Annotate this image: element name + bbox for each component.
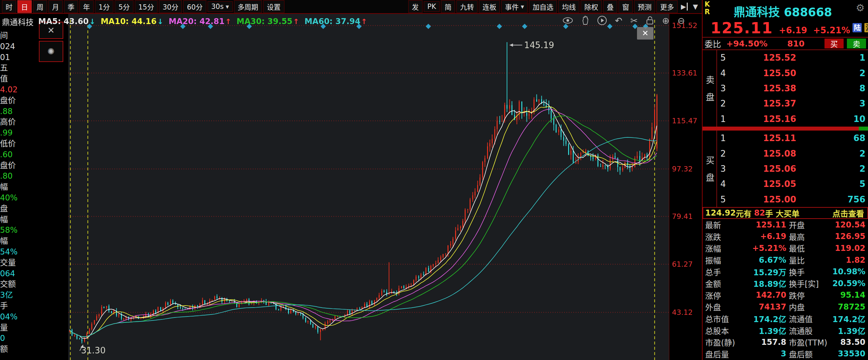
big-order-banner[interactable]: 124.92 元有 82 手 大买单 点击查看 (703, 207, 868, 219)
registration-badge[interactable]: 注 (864, 23, 868, 32)
toolbar-button[interactable]: 连板 ▼ (479, 0, 500, 13)
toolbar-button[interactable]: 更多 ▼ (656, 0, 678, 13)
toolbar-button[interactable]: 发 ▼ (408, 0, 423, 13)
buy-level-row[interactable]: 5 125.00 756 (717, 192, 868, 207)
toolbar-button[interactable]: 窗 ▼ (619, 0, 633, 13)
period-button[interactable]: 季 ▼ (64, 0, 78, 13)
sell-level-row[interactable]: 5 125.52 1 (717, 50, 868, 65)
period-button[interactable]: 60分 ▼ (183, 0, 206, 13)
sell-level-row[interactable]: 2 125.37 3 (717, 96, 868, 111)
period-button[interactable]: 15分 ▼ (135, 0, 158, 13)
board-marker-k: K (705, 1, 710, 8)
lock-icon[interactable] (646, 16, 654, 25)
sell-ratio-segment (859, 127, 868, 130)
detail-label: 涨幅 (703, 242, 737, 254)
buy-level-row[interactable]: 2 125.08 2 (717, 146, 868, 161)
weibi-value: +94.50% (726, 39, 768, 49)
kline-chart: ✕ (68, 14, 669, 360)
toolbar-button[interactable]: 九转 ▼ (457, 0, 477, 13)
period-button-label: 周 (37, 2, 43, 11)
period-button[interactable]: 年 ▼ (80, 0, 94, 13)
price-change: +6.19 (779, 25, 807, 35)
marker-style-icon[interactable]: ✺ (39, 41, 63, 62)
toolbar-button-label: 除权 (584, 2, 598, 11)
detail-row: 总股本 1.39亿 流通股 1.39亿 (703, 324, 868, 336)
detail-row: 振幅 6.67% 量比 1.82 (703, 254, 868, 266)
sell-level-row[interactable]: 3 125.38 8 (717, 81, 868, 96)
quote-header: K R 鼎通科技 688668 ⚙ (703, 0, 868, 19)
stock-title[interactable]: 鼎通科技 688668 (710, 0, 856, 20)
toolbar-button[interactable]: 均线 ▼ (558, 0, 579, 13)
period-button[interactable]: 1分 ▼ (95, 0, 113, 13)
period-button[interactable]: 30分 ▼ (159, 0, 182, 13)
period-button[interactable]: 时 ▼ (2, 0, 16, 13)
zoom-in-icon[interactable]: ⊕ (662, 16, 670, 25)
toolbar-button[interactable]: PK ▼ (424, 1, 440, 12)
level-quantity: 5 (796, 179, 868, 189)
toolbar-button[interactable]: 除权 ▼ (581, 0, 602, 13)
play-icon[interactable] (597, 16, 607, 25)
eye-icon[interactable] (562, 17, 574, 24)
period-button-label: 多周期 (238, 2, 258, 11)
hand-icon[interactable] (581, 16, 589, 25)
period-button[interactable]: 周 ▼ (33, 0, 47, 13)
kline-canvas[interactable] (68, 14, 669, 360)
level-number: 5 (717, 53, 730, 63)
period-button-label: 1分 (98, 2, 110, 11)
info-row: 40% (0, 192, 68, 203)
gear-icon[interactable]: ⚙ (856, 0, 868, 13)
level-number: 4 (717, 68, 730, 78)
buy-level-row[interactable]: 4 125.05 5 (717, 176, 868, 191)
view-details-link[interactable]: 点击查看 (832, 207, 865, 219)
info-row: 盘价 (0, 160, 68, 171)
detail-label: 市盈(TTM) (786, 336, 829, 348)
period-button[interactable]: 多周期 ▼ (234, 0, 262, 13)
collapse-panel-icon[interactable]: ▶ (681, 3, 687, 10)
toolbar-more-dropdown-icon[interactable]: ▼ (693, 3, 698, 10)
toolbar-button[interactable]: 简 ▼ (441, 0, 455, 13)
period-button[interactable]: 月 ▼ (49, 0, 63, 13)
level-price: 125.08 (730, 149, 796, 158)
big-order-price: 124.92 (705, 208, 736, 217)
scissors-icon[interactable]: ✂ (630, 16, 638, 25)
period-button[interactable]: 5分 ▼ (115, 0, 133, 13)
period-button-label: 时 (6, 2, 12, 11)
info-row: 额 (0, 344, 68, 355)
toolbar-button-label: 叠 (607, 2, 614, 11)
period-buttons: 时 ▼ 日 ▼ 周 ▼ 月 ▼ 季 (1, 0, 285, 13)
hk-connect-badge[interactable]: 陆 (852, 23, 862, 32)
detail-value: 1.82 (829, 256, 868, 265)
period-button[interactable]: 30s ▼ (208, 1, 232, 12)
period-button[interactable]: 日 ▼ (18, 0, 32, 13)
undo-icon[interactable]: ↶ (615, 16, 622, 25)
sell-button[interactable]: 卖 (847, 38, 866, 49)
toolbar-button[interactable]: 事件 ▼ (501, 0, 528, 13)
toolbar-button[interactable]: 预测 ▼ (634, 0, 655, 13)
info-row: 4.02 (0, 84, 68, 95)
buy-level-row[interactable]: 1 125.11 68 (717, 130, 868, 146)
sell-level-row[interactable]: 1 125.16 10 (717, 112, 868, 127)
buy-level-row[interactable]: 3 125.06 2 (717, 161, 868, 176)
sell-level-row[interactable]: 4 125.50 2 (717, 65, 868, 81)
price-axis-label: 61.27 (672, 260, 693, 268)
detail-label: 振幅 (703, 254, 737, 266)
period-button[interactable]: 设置 ▼ (263, 0, 284, 13)
info-row: .88 (0, 106, 68, 117)
toolbar-button[interactable]: 叠 ▼ (603, 0, 617, 13)
buy-button[interactable]: 买 (825, 38, 844, 49)
price-row: 125.11 +6.19 +5.21% 陆 注 (703, 19, 868, 37)
board-markers: K R (703, 0, 710, 16)
level-price: 125.00 (730, 194, 796, 204)
period-button-label: 月 (52, 2, 59, 11)
level-number: 3 (717, 164, 730, 174)
close-icon[interactable]: ✕ (39, 22, 63, 39)
detail-label: 涨停 (703, 290, 737, 301)
toolbar-button[interactable]: 加自选 ▼ (529, 0, 557, 13)
detail-row: 总市值 174.2亿 流通值 174.2亿 (703, 313, 868, 325)
stock-terminal-app: 时 ▼ 日 ▼ 周 ▼ 月 ▼ 季 (0, 0, 868, 360)
price-axis-label: 79.41 (672, 212, 693, 220)
chart-close-icon[interactable]: ✕ (637, 27, 653, 39)
zoom-out-icon[interactable]: ⊖ (678, 16, 685, 25)
detail-label: 涨跌 (703, 231, 737, 242)
level-price: 125.05 (730, 179, 796, 189)
